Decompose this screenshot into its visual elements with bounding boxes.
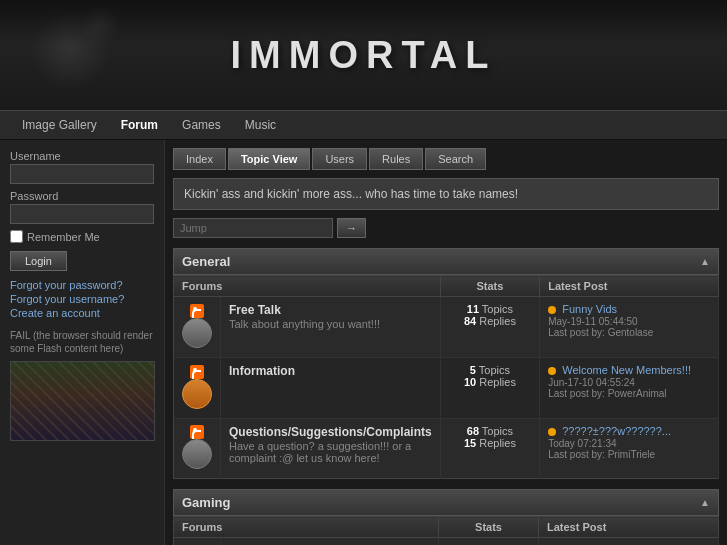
gaming-stats-header: Stats [439, 517, 539, 538]
remember-label: Remember Me [27, 231, 100, 243]
latest-date: May-19-11 05:44:50 [548, 316, 710, 327]
reply-count: 84 [464, 315, 476, 327]
forum-name[interactable]: Information [229, 364, 432, 378]
rss-icon [190, 304, 204, 318]
nav-image-gallery[interactable]: Image Gallery [10, 112, 109, 138]
reply-count: 15 [464, 437, 476, 449]
table-row: Free Talk Talk about anything you want!!… [174, 297, 719, 358]
latest-dot [548, 306, 556, 314]
login-button[interactable]: Login [10, 251, 67, 271]
topic-count: 68 [467, 425, 479, 437]
nav-bar: Image Gallery Forum Games Music [0, 110, 727, 140]
password-label: Password [10, 190, 154, 202]
latest-title[interactable]: Welcome New Members!!! [562, 364, 691, 376]
forum-latest-cell: Funny Vids May-19-11 05:44:50 Last post … [540, 297, 719, 358]
nav-music[interactable]: Music [233, 112, 288, 138]
forum-desc: Have a question? a suggestion!!! or a co… [229, 440, 432, 464]
sidebar-thumb-inner [11, 362, 154, 440]
forum-icon-cell [174, 418, 221, 479]
forum-info-cell: Free Talk Talk about anything you want!!… [221, 297, 441, 358]
forum-circle-icon [182, 379, 212, 409]
rss-icon [190, 425, 204, 439]
forum-icon-cell [174, 357, 221, 418]
tab-bar: Index Topic View Users Rules Search [173, 148, 719, 170]
forum-stats-cell: 5 Topics 10 Replies [440, 357, 539, 418]
create-account-link[interactable]: Create an account [10, 307, 154, 319]
latest-by: Last post by: Gentolase [548, 327, 710, 338]
forum-latest-cell: ?????±???w??????... Today 07:21:34 Last … [540, 418, 719, 479]
tab-topic-view[interactable]: Topic View [228, 148, 310, 170]
gaming-forum-table: Forums Stats Latest Post Crossfire Cross… [173, 516, 719, 545]
forum-circle-icon [182, 318, 212, 348]
table-row: Information 5 Topics 10 Replies Welcome … [174, 357, 719, 418]
forum-stats-cell: 68 Topics 15 Replies [440, 418, 539, 479]
latest-dot [548, 367, 556, 375]
header: IMMORTAL [0, 0, 727, 110]
forum-stats-cell: 5 Topics 48 Replies [439, 538, 539, 545]
general-latest-header: Latest Post [540, 276, 719, 297]
section-gaming-title: Gaming [182, 495, 230, 510]
content: Index Topic View Users Rules Search Kick… [165, 140, 727, 545]
sidebar-thumbnail [10, 361, 155, 441]
forum-name[interactable]: Questions/Suggestions/Complaints [229, 425, 432, 439]
table-row: Crossfire Crossfire Chat 5 Topics 48 Rep… [174, 538, 719, 545]
forum-icon-cell [174, 297, 221, 358]
username-label: Username [10, 150, 154, 162]
general-forums-header: Forums [174, 276, 441, 297]
slogan-bar: Kickin' ass and kickin' more ass... who … [173, 178, 719, 210]
password-input[interactable] [10, 204, 154, 224]
forum-latest-cell: Welcome New Members!!! Jun-17-10 04:55:2… [540, 357, 719, 418]
nav-games[interactable]: Games [170, 112, 233, 138]
topic-count: 5 [470, 364, 476, 376]
jump-button[interactable]: → [337, 218, 366, 238]
forum-desc: Talk about anything you want!!! [229, 318, 432, 330]
forum-circle-icon [182, 439, 212, 469]
remember-checkbox[interactable] [10, 230, 23, 243]
forgot-username-link[interactable]: Forgot your username? [10, 293, 154, 305]
table-row: Questions/Suggestions/Complaints Have a … [174, 418, 719, 479]
tab-search[interactable]: Search [425, 148, 486, 170]
forum-name[interactable]: Free Talk [229, 303, 432, 317]
topic-count: 11 [467, 303, 479, 315]
tab-rules[interactable]: Rules [369, 148, 423, 170]
latest-date: Jun-17-10 04:55:24 [548, 377, 710, 388]
forum-info-cell: Questions/Suggestions/Complaints Have a … [221, 418, 441, 479]
latest-date: Today 07:21:34 [548, 438, 710, 449]
latest-dot [548, 428, 556, 436]
jump-row: → [173, 218, 719, 238]
latest-title[interactable]: ?????±???w??????... [562, 425, 671, 437]
latest-by: Last post by: PrimiTriele [548, 449, 710, 460]
forum-icon-cell [174, 538, 221, 545]
rss-icon [190, 365, 204, 379]
remember-row: Remember Me [10, 230, 154, 243]
section-gaming-header: Gaming ▲ [173, 489, 719, 516]
forgot-password-link[interactable]: Forgot your password? [10, 279, 154, 291]
reply-count: 10 [464, 376, 476, 388]
general-forum-table: Forums Stats Latest Post Free Talk Talk … [173, 275, 719, 479]
general-up-arrow[interactable]: ▲ [700, 256, 710, 267]
username-field: Username [10, 150, 154, 184]
section-general-title: General [182, 254, 230, 269]
tab-users[interactable]: Users [312, 148, 367, 170]
tab-index[interactable]: Index [173, 148, 226, 170]
password-field: Password [10, 190, 154, 224]
gaming-latest-header: Latest Post [539, 517, 719, 538]
section-general-header: General ▲ [173, 248, 719, 275]
sidebar: Username Password Remember Me Login Forg… [0, 140, 165, 545]
logo: IMMORTAL [231, 34, 497, 77]
latest-by: Last post by: PowerAnimal [548, 388, 710, 399]
forum-info-cell: Crossfire Crossfire Chat [221, 538, 439, 545]
general-stats-header: Stats [440, 276, 539, 297]
nav-forum[interactable]: Forum [109, 112, 170, 138]
forum-info-cell: Information [221, 357, 441, 418]
latest-title[interactable]: Funny Vids [562, 303, 617, 315]
gaming-forums-header: Forums [174, 517, 439, 538]
gaming-up-arrow[interactable]: ▲ [700, 497, 710, 508]
username-input[interactable] [10, 164, 154, 184]
forum-latest-cell: Clans to Avoid in CW Nov-23-10 01:18:57 … [539, 538, 719, 545]
main-layout: Username Password Remember Me Login Forg… [0, 140, 727, 545]
jump-input[interactable] [173, 218, 333, 238]
fail-text: FAIL (the browser should render some Fla… [10, 329, 154, 355]
forum-stats-cell: 11 Topics 84 Replies [440, 297, 539, 358]
